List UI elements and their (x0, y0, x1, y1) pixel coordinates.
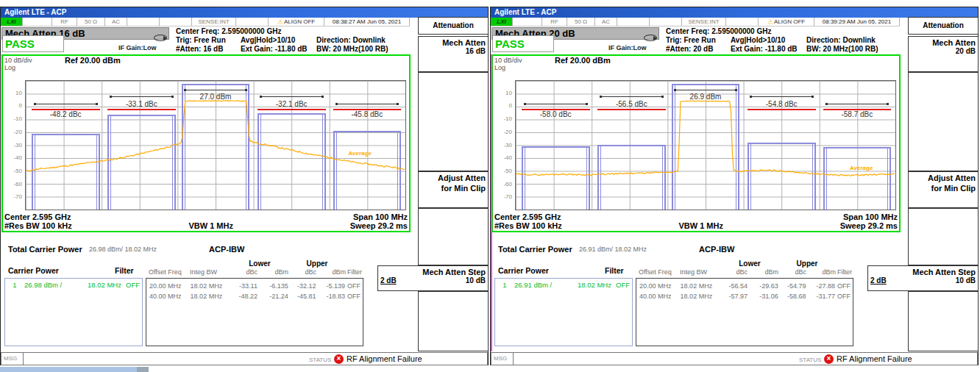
if-gain-label: IF Gain:Low (118, 44, 157, 51)
softkey-mech-atten[interactable]: Mech Atten 20 dB (908, 36, 979, 72)
acp-table-cell: -32.12 (288, 281, 316, 291)
y-axis-tick-label: -10 (491, 115, 512, 122)
settings-row-2: #Atten: 16 dB Ext Gain: -11.80 dB BW: 20… (176, 45, 410, 54)
acp-ibw-label: ACP-IBW (699, 245, 734, 254)
status-row: LXI RF 50 Ω AC SENSE:INT ⚠ ALIGN OFF 08:… (491, 18, 900, 26)
acp-table-cell: 40.00 MHz (146, 291, 191, 301)
softkey-empty-slot (418, 208, 489, 265)
acp-table-cell: -48.22 (231, 291, 258, 301)
y-axis-tick-label: -30 (1, 142, 22, 149)
y-axis-tick-label: 10 (1, 90, 22, 96)
ref-level-label: Ref 20.00 dBm (65, 56, 121, 65)
total-carrier-power-label: Total Carrier Power (8, 245, 82, 254)
sweep-annotation: Sweep 29.2 ms (350, 221, 408, 230)
ext-gain-readout: Ext Gain: -11.80 dB (731, 45, 806, 54)
col-integ-bw: Integ BW (680, 268, 721, 276)
scale-per-div-label: 10 dB/div (494, 57, 522, 64)
step-option-selected: 2 dB (870, 276, 887, 285)
upper-group-header: Upper (778, 260, 836, 268)
carrier-filter-header: Filter (115, 266, 134, 275)
step-options-row: 2 dB 10 dB (378, 276, 488, 285)
softkey-empty-slot (908, 291, 979, 351)
lxi-indicator: LXI (491, 18, 513, 26)
y-axis-tick-label: -40 (491, 154, 512, 161)
softkey-adjust-atten-min-clip[interactable]: Adjust Atten for Min Clip (908, 171, 979, 208)
col-upper-dbm: dBm (316, 268, 346, 276)
direction-readout: Direction: Downlink (316, 36, 410, 45)
y-axis-tick-label: -40 (1, 154, 22, 161)
acp-table-cell: 20.00 MHz (636, 281, 681, 291)
msg-cell: MSG (491, 353, 514, 365)
instrument-window: Agilent LTE - ACP LXI RF 50 Ω AC SENSE:I… (490, 7, 979, 365)
error-status-icon: × (334, 354, 344, 364)
window-titlebar: Agilent LTE - ACP (1, 7, 488, 18)
carrier-power-header: Carrier Power (8, 266, 59, 275)
spectrum-plot-area: -58.0 dBc-56.5 dBc26.9 dBm-54.8 dBc-58.7… (515, 80, 896, 210)
y-axis-tick-label: -50 (491, 168, 512, 174)
acp-table-cell: -58.68 (778, 291, 806, 301)
acp-table-row: 20.00 MHz18.02 MHz-56.54-29.63-54.79-27.… (636, 281, 853, 291)
col-upper-dbm: dBm (806, 268, 836, 276)
y-axis-tick-label: 0 (1, 102, 22, 109)
y-axis-tick-label: -20 (1, 129, 22, 135)
acp-table-row: 20.00 MHz18.02 MHz-33.11-6.135-32.12-5.1… (146, 281, 363, 291)
center-freq-readout: Center Freq: 2.595000000 GHz (176, 27, 281, 35)
carrier-power-row: 1 26.98 dBm / 18.02 MHz OFF (5, 281, 142, 289)
col-lower-dbc: dBc (721, 268, 748, 276)
col-offset-freq: Offset Freq (636, 268, 680, 276)
y-axis-tick-label: -60 (1, 181, 22, 187)
log-scale-label: Log (4, 64, 15, 71)
carrier-filter-value: OFF (126, 281, 142, 289)
y-axis-tick-label: -20 (491, 129, 512, 135)
status-cell-impedance: 50 Ω (567, 18, 595, 26)
trace-average-label: Average (349, 150, 372, 157)
acp-results-box: 20.00 MHz18.02 MHz-56.54-29.63-54.79-27.… (636, 278, 853, 346)
softkey-adjust-atten-min-clip[interactable]: Adjust Atten for Min Clip (418, 171, 489, 208)
acp-table-cell: 20.00 MHz (146, 281, 191, 291)
align-off-label: ALIGN OFF (774, 18, 805, 25)
softkey-label-line1: Adjust Atten (419, 172, 488, 182)
carrier-index: 1 (495, 281, 514, 289)
total-carrier-power-value: 26.91 dBm/ 18.02 MHz (579, 246, 647, 253)
continuous-sweep-icon (154, 35, 167, 41)
status-cell-rf: RF (52, 18, 77, 26)
acp-table-cell: -31.77 (806, 291, 835, 301)
acp-table-header: Offset Freq Integ BW dBc dBm dBc dBm Fil… (146, 268, 363, 276)
res-bw-annotation: #Res BW 100 kHz (4, 221, 72, 230)
y-axis-tick-label: 0 (491, 102, 512, 109)
pass-verdict-badge: PASS (2, 35, 64, 52)
carrier-power-box: 1 26.91 dBm / 18.02 MHz OFF (494, 278, 633, 346)
warning-icon: ⚠ (277, 18, 283, 26)
acp-table-cell: -31.06 (748, 291, 778, 301)
y-axis-tick-label: 10 (491, 90, 512, 96)
carrier-index: 1 (5, 281, 24, 289)
acp-table-cell: -6.135 (258, 281, 288, 291)
if-gain-label: IF Gain:Low (608, 44, 647, 51)
acp-table-cell: -21.24 (258, 291, 288, 301)
softkey-value: 20 dB (909, 47, 978, 55)
acp-table-cell: 18.02 MHz (681, 281, 722, 291)
res-bw-annotation: #Res BW 100 kHz (494, 221, 562, 230)
softkey-empty-slot (418, 72, 489, 171)
status-cell-datetime: 08:39:29 AM Jun 05, 2021 (814, 18, 900, 26)
acp-table-cell: 18.02 MHz (191, 291, 232, 301)
alignment-failure-message: RF Alignment Failure (347, 354, 422, 363)
softkey-label: Mech Atten Step (868, 266, 978, 276)
align-off-label: ALIGN OFF (284, 18, 315, 25)
settings-row-1: Trig: Free Run Avg|Hold>10/10 Direction:… (176, 36, 410, 45)
softkey-mech-atten[interactable]: Mech Atten 16 dB (418, 36, 489, 72)
softkey-menu-title: Attenuation (908, 17, 979, 35)
status-cell-blank (650, 18, 682, 26)
softkey-mech-atten-step[interactable]: Mech Atten Step 2 dB 10 dB (867, 265, 979, 291)
carrier-bw-value: 18.02 MHz (88, 281, 126, 289)
col-filter: Filter (836, 268, 853, 276)
softkey-mech-atten-step[interactable]: Mech Atten Step 2 dB 10 dB (377, 265, 489, 291)
bw-annotation-row: #Res BW 100 kHz VBW 1 MHz Sweep 29.2 ms (494, 221, 898, 230)
softkey-menu-title: Attenuation (418, 17, 489, 35)
acp-table-cell: OFF (345, 281, 363, 291)
bw-readout: BW: 20 MHz(100 RB) (316, 45, 410, 54)
upper-group-header: Upper (288, 260, 346, 268)
status-label: STATUS (799, 357, 821, 363)
col-offset-freq: Offset Freq (146, 268, 190, 276)
freq-annotation-row: Center 2.595 GHz Span 100 MHz (494, 212, 898, 221)
